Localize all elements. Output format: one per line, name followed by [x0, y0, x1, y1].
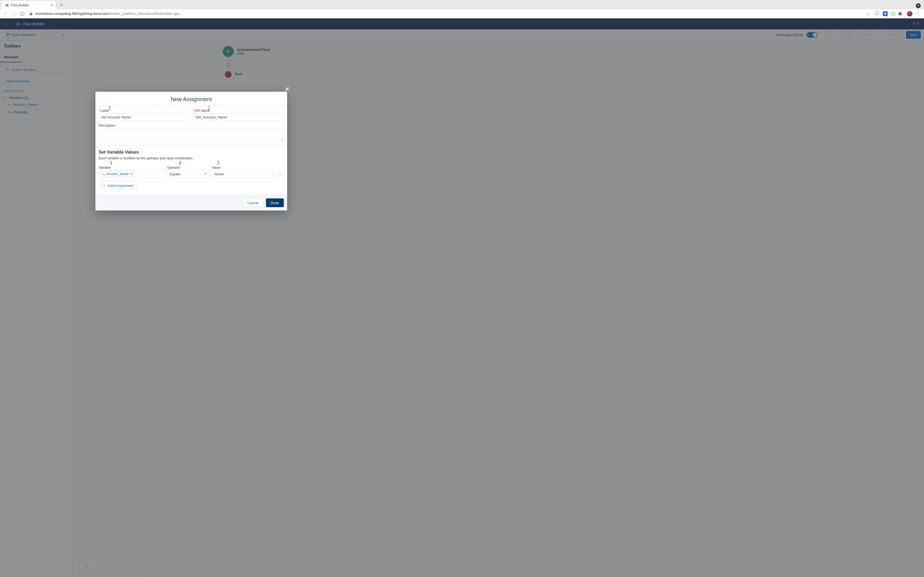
callout-2: 2 — [208, 105, 210, 111]
extension-icon-1[interactable] — [883, 11, 888, 16]
profile-avatar[interactable] — [907, 11, 913, 16]
tab-close-icon[interactable]: ✕ — [50, 3, 53, 7]
chevron-down-icon — [204, 172, 207, 175]
add-assignment-label: Add Assignment — [108, 184, 133, 188]
new-assignment-modal: New Assignment 1 2 *Label *API Name Desc… — [95, 92, 287, 211]
svg-point-0 — [884, 13, 886, 14]
value-column-label: Value — [212, 166, 273, 169]
description-label: Description — [99, 124, 284, 127]
done-button[interactable]: Done — [266, 198, 284, 207]
value-input[interactable] — [212, 170, 273, 178]
delete-row-button[interactable] — [276, 170, 284, 178]
set-variable-subtitle: Each variable is modified by the operato… — [99, 156, 284, 160]
callout-3: 3 — [110, 160, 112, 166]
window-controls — [916, 3, 921, 8]
operator-column-label: Operator — [167, 166, 209, 169]
operator-select[interactable]: Equals — [167, 170, 209, 178]
svg-point-1 — [891, 12, 895, 15]
overflow-menu-icon[interactable]: ⋮ — [915, 11, 921, 16]
tab-strip: Flow Builder ✕ ＋ — [0, 0, 924, 9]
reload-icon[interactable] — [20, 11, 26, 16]
browser-tab[interactable]: Flow Builder ✕ — [2, 1, 56, 9]
address-row: momentum-computing-884.lightning.force.c… — [0, 9, 924, 18]
api-name-field-label: *API Name — [193, 109, 284, 113]
variable-chip[interactable]: Aa Account_Name ✕ — [100, 171, 135, 177]
add-assignment-button[interactable]: ＋ Add Assignment — [99, 181, 137, 190]
description-textarea[interactable] — [99, 128, 284, 141]
label-input[interactable] — [99, 113, 190, 121]
operator-value: Equals — [170, 172, 180, 176]
lock-icon — [29, 12, 33, 16]
extension-icon-2[interactable] — [890, 11, 895, 16]
callout-1: 1 — [108, 105, 111, 111]
extensions-icon[interactable] — [898, 11, 904, 16]
text-var-icon: Aa — [102, 172, 105, 176]
account-menu-icon[interactable] — [916, 3, 921, 8]
variable-input[interactable]: Aa Account_Name ✕ — [99, 170, 164, 178]
chip-remove-icon[interactable]: ✕ — [130, 172, 133, 176]
callout-4: 4 — [178, 160, 181, 166]
set-variable-title: Set Variable Values — [99, 150, 284, 155]
url-path: /builder_platform_interaction/flowBuilde… — [109, 11, 179, 16]
tab-title: Flow Builder — [11, 3, 48, 7]
forward-icon[interactable] — [11, 11, 18, 16]
label-field-label: *Label — [99, 109, 190, 113]
new-tab-button[interactable]: ＋ — [58, 1, 65, 9]
address-bar[interactable]: momentum-computing-884.lightning.force.c… — [29, 10, 863, 17]
variable-column-label: Variable — [99, 166, 164, 169]
plus-icon: ＋ — [102, 183, 106, 188]
api-name-input[interactable] — [193, 113, 284, 121]
info-icon[interactable]: ⓘ — [874, 11, 880, 16]
browser-chrome: Flow Builder ✕ ＋ momentum-computing-884.… — [0, 0, 924, 18]
modal-title: New Assignment — [95, 92, 287, 106]
modal-footer: Cancel Done — [95, 195, 287, 211]
callout-5: 5 — [217, 160, 220, 166]
url-host: momentum-computing-884.lightning.force.c… — [35, 11, 109, 16]
cancel-button[interactable]: Cancel — [242, 198, 263, 207]
back-icon[interactable] — [3, 11, 9, 16]
variable-chip-label: Account_Name — [106, 172, 129, 176]
salesforce-favicon-icon — [5, 3, 9, 7]
bookmark-star-icon[interactable]: ☆ — [865, 11, 871, 16]
